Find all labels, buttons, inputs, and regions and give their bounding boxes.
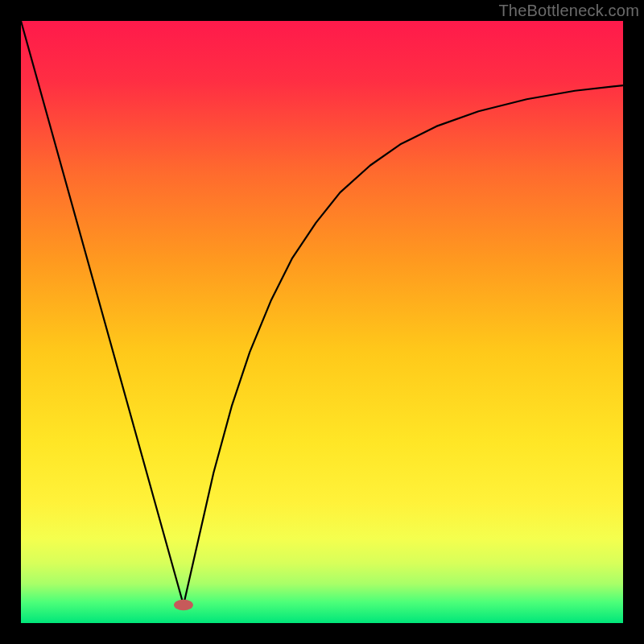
chart-plot-area [21, 21, 623, 623]
chart-svg [21, 21, 623, 623]
watermark-text: TheBottleneck.com [498, 2, 639, 20]
chart-frame: TheBottleneck.com [0, 0, 644, 644]
marker-optimum [174, 600, 193, 610]
chart-marker [174, 600, 193, 610]
chart-background [21, 21, 623, 623]
